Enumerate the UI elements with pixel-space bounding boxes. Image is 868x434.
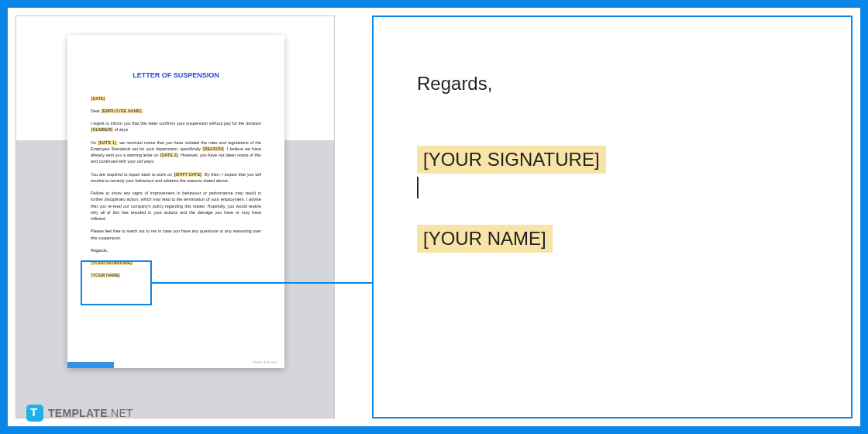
text-cursor: [417, 177, 418, 198]
date2-placeholder: [DATE 2]: [160, 153, 178, 157]
brand-text: TEMPLATE.NET: [48, 407, 133, 419]
canvas: LETTER OF SUSPENSION [DATE] Dear [EMPLOY…: [8, 8, 860, 426]
para-4: Failure to show any signs of improvement…: [91, 190, 261, 222]
dear-text: Dear: [91, 108, 101, 113]
zoom-name-placeholder: [YOUR NAME]: [417, 225, 553, 253]
p3a: You are required to report back to work …: [91, 172, 174, 177]
brand-logo: TEMPLATE.NET: [26, 405, 133, 422]
greeting-line: Dear [EMPLOYEE NAME],: [91, 108, 261, 114]
para-5: Please feel free to reach out to me in c…: [91, 228, 261, 241]
para-3: You are required to report back to work …: [91, 171, 261, 184]
document-page: LETTER OF SUSPENSION [DATE] Dear [EMPLOY…: [67, 35, 284, 368]
thumbnail-panel: LETTER OF SUSPENSION [DATE] Dear [EMPLOY…: [16, 16, 335, 418]
number-placeholder: [NUMBER]: [91, 127, 113, 132]
reason-placeholder: [REASON]: [202, 146, 224, 151]
doc-title: LETTER OF SUSPENSION: [91, 71, 261, 81]
brand-suffix: .NET: [108, 407, 133, 419]
date-placeholder: [DATE]: [91, 96, 105, 101]
zoom-signature-placeholder: [YOUR SIGNATURE]: [417, 146, 606, 174]
p1b: of days.: [113, 127, 129, 132]
callout-highlight-box: [81, 260, 152, 305]
shift-placeholder: [SHIFT DATE]: [174, 172, 202, 177]
para-2: On [DATE 1], we received notice that you…: [91, 140, 261, 165]
date-line: [DATE]: [91, 95, 261, 102]
spacer: [417, 124, 808, 146]
date1-placeholder: [DATE 1]: [98, 140, 116, 145]
connector-line-h: [152, 282, 374, 284]
accent-bar: [67, 362, 114, 368]
brand-main: TEMPLATE: [48, 407, 108, 419]
brand-icon: [26, 405, 43, 422]
para-1: I regret to inform you that this letter …: [91, 120, 261, 133]
employee-placeholder: [EMPLOYEE NAME],: [101, 108, 143, 113]
p2a: On: [91, 140, 98, 145]
regards-line: Regards,: [91, 247, 261, 253]
zoom-regards: Regards,: [417, 73, 808, 95]
zoom-panel: Regards, [YOUR SIGNATURE] [YOUR NAME]: [372, 16, 852, 418]
watermark: TEMPLATE.NET: [252, 360, 278, 365]
p1a: I regret to inform you that this letter …: [91, 121, 261, 126]
